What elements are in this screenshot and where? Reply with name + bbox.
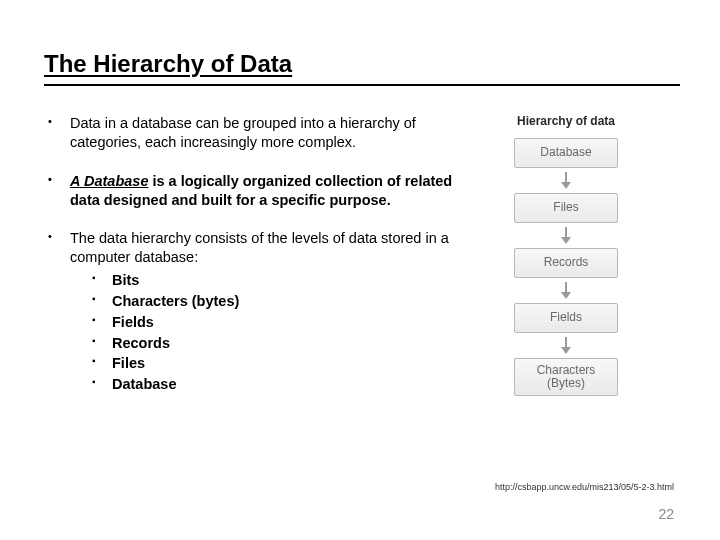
diagram-box-characters: Characters (Bytes) [514, 358, 618, 396]
citation-text: http://csbapp.uncw.edu/mis213/05/5-2-3.h… [495, 482, 674, 492]
bullet-1-text: Data in a database can be grouped into a… [70, 115, 416, 150]
sub-database: Database [92, 375, 474, 394]
diagram-box-records: Records [514, 248, 618, 278]
slide-title: The Hierarchy of Data [44, 50, 680, 78]
bullet-3: The data hierarchy consists of the level… [44, 229, 474, 394]
bullet-3-text: The data hierarchy consists of the level… [70, 230, 449, 265]
bullet-2: A Database is a logically organized coll… [44, 172, 474, 210]
sub-files: Files [92, 354, 474, 373]
content-row: Data in a database can be grouped into a… [44, 114, 680, 414]
hierarchy-diagram: Hierarchy of data Database Files Records… [492, 114, 640, 396]
bullet-1: Data in a database can be grouped into a… [44, 114, 474, 152]
sub-list: Bits Characters (bytes) Fields Records F… [70, 271, 474, 394]
diagram-heading: Hierarchy of data [517, 114, 615, 128]
arrow-icon [561, 227, 571, 244]
sub-records: Records [92, 334, 474, 353]
sub-fields: Fields [92, 313, 474, 332]
arrow-icon [561, 172, 571, 189]
sub-characters: Characters (bytes) [92, 292, 474, 311]
slide: The Hierarchy of Data Data in a database… [0, 0, 720, 540]
arrow-icon [561, 337, 571, 354]
arrow-icon [561, 282, 571, 299]
bullet-2-lead: A Database [70, 173, 148, 189]
diagram-box-files: Files [514, 193, 618, 223]
diagram-box-database: Database [514, 138, 618, 168]
title-rule [44, 84, 680, 86]
text-column: Data in a database can be grouped into a… [44, 114, 474, 414]
diagram-box-fields: Fields [514, 303, 618, 333]
bullet-list: Data in a database can be grouped into a… [44, 114, 474, 394]
page-number: 22 [658, 506, 674, 522]
sub-bits: Bits [92, 271, 474, 290]
